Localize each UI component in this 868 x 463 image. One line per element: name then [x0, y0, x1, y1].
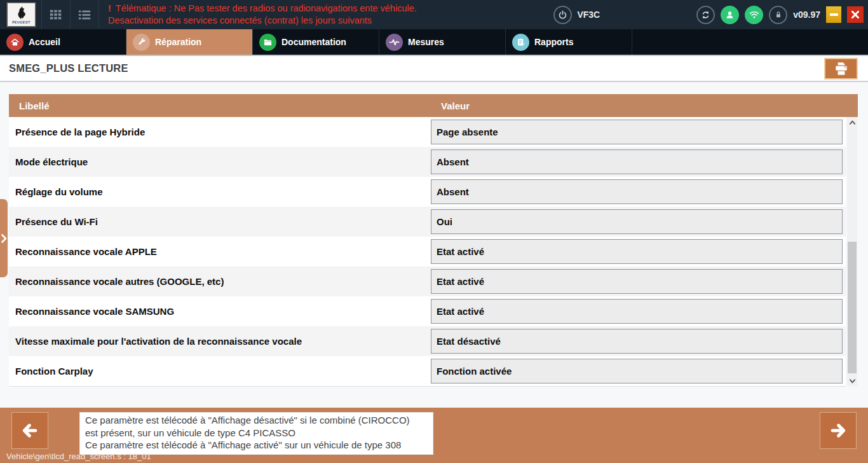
value-field[interactable]: Fonction activée [431, 359, 843, 384]
warning-line-2: Desactivation des services connectés (co… [108, 15, 417, 27]
value-field[interactable]: Etat activé [431, 299, 843, 324]
session-icons: v09.97 [696, 6, 864, 24]
tab-documentation[interactable]: Documentation [253, 29, 379, 55]
home-icon [6, 34, 24, 51]
report-icon [512, 34, 529, 51]
divider [98, 0, 99, 29]
parameter-label: Présence de la page Hybride [15, 117, 145, 147]
vehicle-code-label: VF3C [577, 10, 600, 20]
refresh-button[interactable] [696, 6, 715, 24]
value-field[interactable]: Etat désactivé [431, 329, 843, 354]
power-icon [557, 10, 568, 20]
parameter-label: Vitesse maximale pour l'activation de la… [15, 326, 302, 356]
warning-line-1: Télématique : Ne Pas tester des radios o… [116, 3, 417, 13]
wrench-car-icon [133, 34, 150, 51]
tab-accueil[interactable]: Accueil [0, 29, 126, 55]
chevron-down-icon [849, 378, 856, 384]
parameter-label: Reconnaissance vocale SAMSUNG [15, 296, 174, 326]
parameter-label: Fonction Carplay [15, 356, 93, 386]
scroll-up-button[interactable] [847, 118, 857, 127]
close-button[interactable] [847, 6, 864, 23]
minimize-icon [830, 13, 838, 16]
parameter-label: Présence du Wi-Fi [15, 207, 98, 237]
tab-label: Documentation [281, 37, 346, 47]
value-field[interactable]: Etat activé [431, 269, 843, 294]
side-drawer-handle[interactable] [0, 199, 8, 277]
tab-mesures[interactable]: Mesures [379, 29, 506, 55]
warning-exclamation-icon: ! [108, 3, 111, 13]
tab-label: Accueil [29, 37, 60, 47]
peugeot-logo: PEUGEOT [6, 2, 36, 27]
user-status-button[interactable] [721, 6, 739, 24]
table-row: Réglage du volume Absent [9, 177, 846, 207]
telematics-warning: !Télématique : Ne Pas tester des radios … [108, 3, 417, 27]
wifi-status-button[interactable] [745, 6, 763, 24]
footer-bar: Ce paramètre est télécodé à "Affichage d… [0, 408, 868, 463]
scroll-down-button[interactable] [847, 376, 857, 385]
screen-title-bar: SMEG_PLUS LECTURE [0, 56, 868, 82]
value-field[interactable]: Absent [431, 179, 843, 204]
printer-icon [833, 60, 850, 77]
parameters-table: Libellé Valeur Présence de la page Hybri… [9, 94, 858, 387]
value-field[interactable]: Oui [431, 209, 843, 234]
table-scrollbar[interactable] [847, 117, 857, 386]
table-row: Reconnaissance vocale autres (GOOGLE, et… [9, 266, 846, 296]
next-button[interactable] [820, 412, 857, 449]
value-field[interactable]: Absent [431, 149, 843, 174]
table-row: Fonction Carplay Fonction activée [9, 356, 846, 386]
tooltip-line-3: Ce paramètre est télécodé à "Affichage a… [85, 439, 428, 452]
script-path-status: Vehicle\gen\tlcd_read_screen.s : 18_01 [6, 452, 151, 461]
value-field[interactable]: Etat activé [431, 239, 843, 264]
lock-icon [773, 10, 783, 20]
main-tab-bar: Accueil Réparation Documentation Mesures… [0, 29, 868, 56]
vehicle-session-group: VF3C [553, 6, 600, 24]
tooltip-line-2: est présent, sur un véhicule de type C4 … [85, 427, 428, 439]
minimize-button[interactable] [826, 6, 841, 23]
waveform-icon [386, 34, 403, 51]
parameter-tooltip: Ce paramètre est télécodé à "Affichage d… [79, 412, 433, 455]
grid-menu-button[interactable] [42, 0, 70, 29]
chevron-right-icon [1, 234, 7, 243]
column-header-valeur: Valeur [441, 100, 470, 111]
list-icon [78, 8, 92, 22]
top-bar: PEUGEOT !Télématiqu [0, 0, 868, 29]
folder-icon [259, 34, 276, 51]
table-row: Mode électrique Absent [9, 147, 846, 177]
arrow-left-icon [19, 421, 41, 440]
tab-rapports[interactable]: Rapports [506, 29, 632, 55]
version-label: v09.97 [793, 10, 820, 20]
lock-button[interactable] [769, 6, 787, 24]
value-field[interactable]: Page absente [431, 120, 843, 144]
parameter-label: Mode électrique [15, 147, 88, 177]
list-menu-button[interactable] [71, 0, 98, 29]
lion-icon [15, 5, 29, 20]
tab-reparation[interactable]: Réparation [126, 29, 253, 55]
logo-wordmark: PEUGEOT [12, 20, 31, 24]
column-header-libelle: Libellé [9, 100, 50, 111]
page-title: SMEG_PLUS LECTURE [9, 62, 128, 74]
wifi-icon [749, 9, 760, 20]
table-body: Présence de la page Hybride Page absente… [9, 117, 846, 387]
print-button[interactable] [824, 58, 858, 79]
grid-icon [49, 8, 63, 22]
table-row: Présence du Wi-Fi Oui [9, 207, 846, 237]
tooltip-line-1: Ce paramètre est télécodé à "Affichage d… [85, 414, 428, 427]
diagnostic-app-window: PEUGEOT !Télématiqu [0, 0, 868, 463]
parameter-label: Réglage du volume [15, 177, 103, 207]
parameter-label: Reconnaissance vocale autres (GOOGLE, et… [15, 266, 224, 296]
previous-button[interactable] [11, 412, 48, 449]
tab-label: Rapports [534, 37, 573, 47]
table-row: Présence de la page Hybride Page absente [9, 117, 846, 147]
refresh-icon [700, 10, 711, 20]
chevron-up-icon [849, 120, 856, 125]
table-header: Libellé Valeur [9, 94, 858, 117]
tab-label: Mesures [408, 37, 444, 47]
table-row: Reconnaissance vocale APPLE Etat activé [9, 237, 846, 266]
content-area: Libellé Valeur Présence de la page Hybri… [0, 82, 868, 408]
power-button[interactable] [553, 6, 572, 24]
table-row: Reconnaissance vocale SAMSUNG Etat activ… [9, 296, 846, 326]
parameter-label: Reconnaissance vocale APPLE [15, 237, 157, 266]
table-row: Vitesse maximale pour l'activation de la… [9, 326, 846, 356]
scrollbar-thumb[interactable] [848, 242, 857, 373]
arrow-right-icon [827, 421, 849, 440]
